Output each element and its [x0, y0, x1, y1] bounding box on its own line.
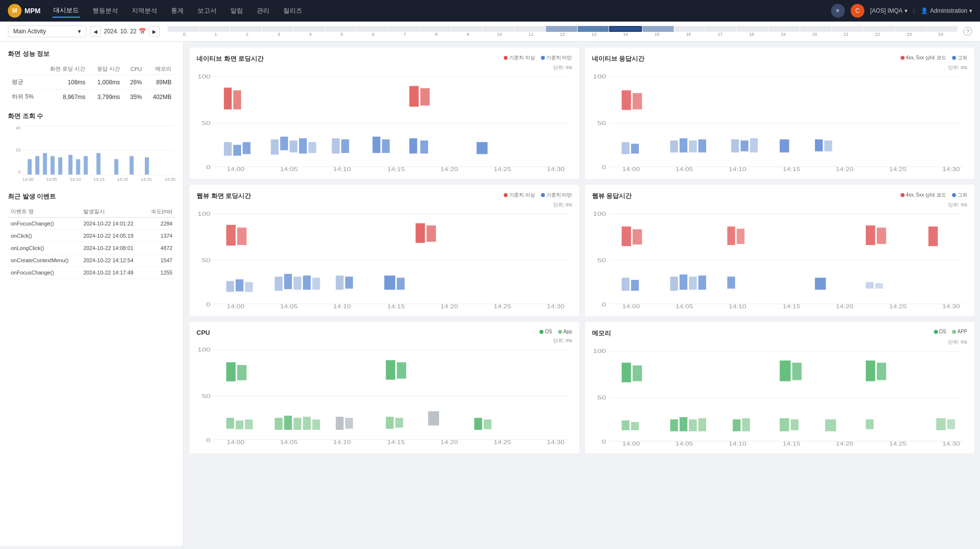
timeline-slot-1[interactable] — [199, 26, 230, 32]
timeline-slots: 0 1 2 3 4 5 6 7 8 9 10 11 12 13 14 15 16… — [168, 26, 957, 37]
hour-13: 13 — [578, 32, 610, 37]
timeline-slot-16[interactable] — [674, 26, 705, 32]
event-row-1[interactable]: onClick() 2024-10-22 14:05:19 1374 — [8, 230, 175, 242]
svg-text:14:20: 14:20 — [835, 167, 853, 172]
timeline-slot-24[interactable] — [927, 26, 957, 32]
timeline-slot-22[interactable] — [863, 26, 894, 32]
svg-text:14:30: 14:30 — [547, 167, 564, 172]
svg-rect-141 — [275, 418, 283, 429]
timeline-slot-14[interactable] — [609, 26, 642, 32]
svg-text:50: 50 — [202, 394, 211, 399]
svg-rect-0 — [27, 159, 31, 175]
event-row-2[interactable]: onLongClick() 2024-10-22 14:08:01 4872 — [8, 242, 175, 254]
events-col-name: 이벤트 명 — [8, 206, 80, 218]
svg-text:50: 50 — [597, 121, 606, 126]
svg-text:100: 100 — [593, 211, 606, 217]
timeline-slot-5[interactable] — [325, 26, 356, 32]
nav-stats[interactable]: 통계 — [170, 4, 185, 17]
perf-row-avg-resp: 1,008ms — [89, 75, 123, 90]
timeline-slot-21[interactable] — [832, 26, 863, 32]
svg-rect-61 — [780, 139, 789, 152]
svg-rect-63 — [824, 141, 832, 151]
nav-right-area: ☀ C [AOS] IMQA ▾ | 👤 Administration ▾ — [831, 4, 972, 18]
event-name-3: onCreateContextMenu() — [8, 254, 80, 267]
native-resp-legend-other: 그외 — [952, 54, 967, 61]
timeline-slot-17[interactable] — [706, 26, 736, 32]
svg-rect-21 — [233, 145, 241, 155]
svg-text:0: 0 — [601, 302, 606, 308]
date-text: 2024. 10. 22 — [104, 28, 137, 35]
timeline-slot-20[interactable] — [800, 26, 831, 32]
cpu-chart-card: CPU OS App 단위: ms 100 50 0 — [190, 322, 579, 453]
event-speed-2: 4872 — [144, 242, 175, 254]
svg-rect-180 — [780, 418, 789, 431]
timeline-slot-12[interactable] — [546, 26, 577, 32]
activity-selector[interactable]: Main Activity ▾ — [8, 25, 86, 37]
svg-rect-120 — [865, 282, 873, 288]
svg-rect-77 — [226, 225, 236, 246]
svg-rect-31 — [382, 139, 390, 153]
svg-text:14:30: 14:30 — [942, 167, 959, 172]
perf-row-avg-mem: 89MB — [146, 75, 175, 90]
nav-report[interactable]: 보고서 — [196, 4, 218, 17]
svg-text:14:00: 14:00 — [227, 304, 245, 309]
timeline-slot-13[interactable] — [578, 26, 609, 32]
timeline-slot-8[interactable] — [420, 26, 451, 32]
svg-rect-168 — [621, 363, 631, 382]
timeline-info-button[interactable]: ? — [963, 27, 972, 36]
nav-dashboard[interactable]: 대시보드 — [52, 4, 80, 18]
svg-text:14:25: 14:25 — [889, 304, 906, 309]
nav-behavior[interactable]: 행동분석 — [92, 4, 119, 17]
timeline-slot-18[interactable] — [737, 26, 768, 32]
timeline-slot-6[interactable] — [357, 26, 388, 32]
svg-rect-7 — [84, 156, 88, 175]
svg-rect-60 — [750, 138, 758, 152]
timeline-slot-7[interactable] — [388, 26, 419, 32]
timeline-slot-9[interactable] — [451, 26, 482, 32]
timeline-slot-2[interactable] — [230, 26, 261, 32]
nav-manage[interactable]: 관리 — [256, 4, 270, 17]
timeline-slot-3[interactable] — [262, 26, 293, 32]
date-next-button[interactable]: ▶ — [149, 26, 160, 37]
app-logo[interactable]: M MPM — [8, 4, 41, 18]
svg-rect-150 — [386, 417, 393, 428]
svg-rect-2 — [43, 153, 47, 175]
hour-16: 16 — [673, 32, 704, 37]
theme-toggle-button[interactable]: ☀ — [831, 4, 845, 18]
date-navigation: ◀ 2024. 10. 22 📅 ▶ — [90, 26, 160, 37]
timeline-slot-0[interactable] — [168, 26, 198, 32]
timeline-slot-19[interactable] — [769, 26, 800, 32]
timeline-slot-15[interactable] — [642, 26, 673, 32]
svg-rect-145 — [312, 420, 320, 430]
aos-label: [AOS] IMQA — [870, 7, 903, 14]
screen-performance-section: 화면 성능 정보 화면 로딩 시간 응답 시간 CPU 메모리 평균 108ms — [8, 50, 175, 104]
admin-menu[interactable]: 👤 Administration ▾ — [921, 7, 972, 14]
event-name-0: onFocusChange() — [8, 218, 80, 230]
timeline-track[interactable] — [168, 26, 957, 32]
timeline-slot-23[interactable] — [895, 26, 926, 32]
memory-legend-os: OS — [934, 329, 946, 334]
date-prev-button[interactable]: ◀ — [90, 26, 101, 37]
aos-dropdown-icon: ▾ — [905, 7, 907, 14]
nav-region[interactable]: 지역분석 — [131, 4, 158, 17]
webview-resp-legend: 4xx, 5xx 상태 코드 그외 — [901, 192, 967, 199]
svg-rect-114 — [727, 226, 735, 245]
svg-rect-22 — [243, 142, 250, 154]
timeline-slot-4[interactable] — [294, 26, 324, 32]
user-avatar[interactable]: C — [851, 4, 864, 18]
svg-rect-152 — [428, 411, 439, 425]
perf-row-bottom5: 하위 5% 8,967ms 3,799ms 35% 402MB — [8, 90, 175, 104]
timeline-slot-11[interactable] — [514, 26, 545, 32]
main-content: 화면 성능 정보 화면 로딩 시간 응답 시간 CPU 메모리 평균 108ms — [0, 42, 980, 546]
aos-selector[interactable]: [AOS] IMQA ▾ — [870, 7, 907, 14]
timeline-slot-10[interactable] — [483, 26, 514, 32]
chart-xaxis: 14:00 14:05 14:10 14:15 14:20 14:25 14:3… — [23, 175, 175, 184]
cpu-chart-area: 100 50 0 — [196, 347, 572, 445]
date-display[interactable]: 2024. 10. 22 📅 — [104, 28, 146, 35]
event-row-0[interactable]: onFocusChange() 2024-10-22 14:01:22 2284 — [8, 218, 175, 230]
event-row-4[interactable]: onFocusChange() 2024-10-22 14:17:48 1255 — [8, 267, 175, 279]
event-row-3[interactable]: onCreateContextMenu() 2024-10-22 14:12:5… — [8, 254, 175, 267]
x-label-1415: 14:15 — [94, 177, 105, 182]
nav-release[interactable]: 릴리즈 — [282, 4, 303, 17]
nav-alarm[interactable]: 알림 — [229, 4, 244, 17]
